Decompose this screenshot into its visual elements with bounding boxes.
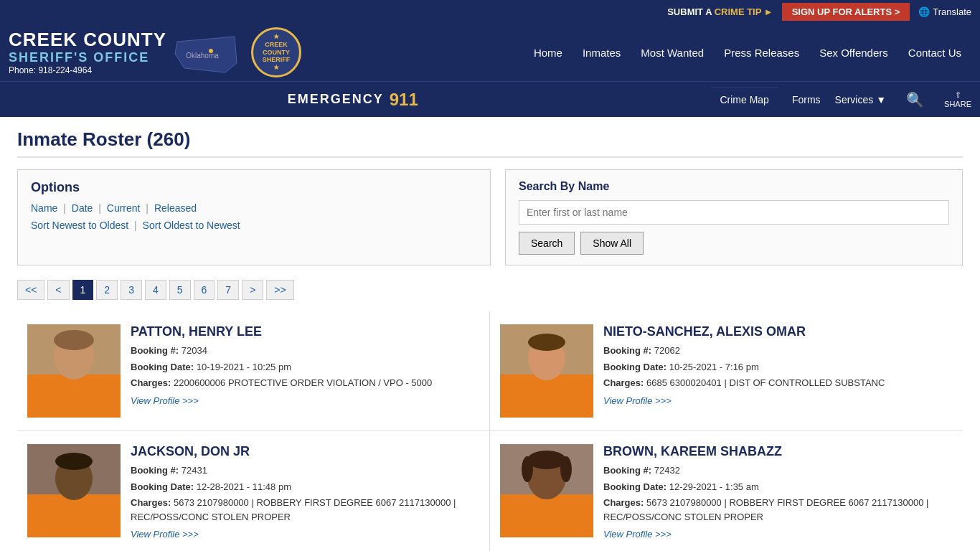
view-profile-3[interactable]: View Profile >>> [131,529,199,540]
alerts-button[interactable]: SIGN UP FOR ALERTS > [782,3,910,21]
divider4: | [131,220,143,231]
inmate-grid: PATTON, HENRY LEE Booking #: 72034 Booki… [17,311,963,551]
share-label: SHARE [944,100,971,108]
oklahoma-map-icon: Oklahoma [174,31,238,74]
nav-crime-map[interactable]: Crime Map [711,88,777,111]
charges-label-2: Charges: [603,377,644,388]
booking-date-value-3: 12-28-2021 - 11:48 pm [197,481,291,492]
booking-date-label-2: Booking Date: [603,362,666,372]
page-5[interactable]: 5 [169,280,191,300]
inmate-booking-date-1: Booking Date: 10-19-2021 - 10:25 pm [131,360,479,375]
inmate-booking-num-4: Booking #: 72432 [603,463,953,478]
charges-label-3: Charges: [131,497,171,508]
page-last[interactable]: >> [266,280,293,300]
page-2[interactable]: 2 [96,280,118,300]
phone-number: 918-224-4964 [38,65,92,75]
view-profile-4[interactable]: View Profile >>> [603,529,672,540]
booking-num-label-1: Booking #: [131,345,179,356]
view-profile-2[interactable]: View Profile >>> [603,395,672,406]
options-search-row: Options Name | Date | Current | Released… [17,169,963,265]
booking-date-value-2: 10-25-2021 - 7:16 pm [669,362,759,372]
inmate-card-2: NIETO-SANCHEZ, ALEXIS OMAR Booking #: 72… [490,311,963,431]
sort-by-name[interactable]: Name [31,202,57,214]
pagination: << < 1 2 3 4 5 6 7 > >> [17,280,963,300]
nav-contact-us[interactable]: Contact Us [898,35,971,70]
phone-info: Phone: 918-224-4964 [9,65,166,75]
top-bar: SUBMIT A CRIME TIP ► SIGN UP FOR ALERTS … [0,0,980,24]
state-map: Oklahoma [174,31,238,74]
nav-sex-offenders[interactable]: Sex Offenders [809,35,898,70]
inmate-photo-3 [27,444,121,537]
sort-oldest[interactable]: Sort Oldest to Newest [143,220,240,231]
nav-services[interactable]: Services ▼ [835,94,887,105]
svg-text:Oklahoma: Oklahoma [186,52,219,60]
inmate-info-4: BROWN, KAREEM SHABAZZ Booking #: 72432 B… [603,444,953,540]
emergency-label: EMERGENCY [288,92,384,107]
inmate-booking-num-1: Booking #: 72034 [131,344,479,358]
inmate-card-3: JACKSON, DON JR Booking #: 72431 Booking… [17,431,490,551]
page-title: Inmate Roster (260) [17,128,963,158]
inmate-booking-num-3: Booking #: 72431 [131,463,479,478]
page-3[interactable]: 3 [121,280,142,300]
view-profile-1[interactable]: View Profile >>> [131,395,199,406]
page-6[interactable]: 6 [194,280,215,300]
charges-value-4: 5673 2107980000 | ROBBERY FIRST DEGREE 6… [603,497,928,522]
translate-label: Translate [933,6,971,17]
svg-point-21 [527,451,566,469]
translate-button[interactable]: 🌐 Translate [918,6,971,17]
search-title: Search By Name [519,180,949,193]
charges-value-1: 2200600006 PROTECTIVE ORDER VIOLATION / … [174,377,432,388]
emergency-number: 911 [390,90,418,110]
page-prev[interactable]: < [47,280,69,300]
booking-num-value-1: 72034 [182,345,207,356]
inmate-mugshot-3 [27,444,121,537]
inmate-booking-date-3: Booking Date: 12-28-2021 - 11:48 pm [131,480,479,494]
nav-home[interactable]: Home [524,35,573,70]
nav-most-wanted[interactable]: Most Wanted [631,35,714,70]
page-1[interactable]: 1 [72,280,94,300]
page-next[interactable]: > [242,280,263,300]
page-7[interactable]: 7 [217,280,239,300]
inmate-mugshot-1 [27,324,121,418]
charges-value-2: 6685 6300020401 | DIST OF CONTROLLED SUB… [646,377,885,388]
sort-current[interactable]: Current [107,202,141,214]
share-button[interactable]: ⇧ SHARE [944,90,971,108]
search-icon-button[interactable]: 🔍 [900,88,930,111]
nav-press-releases[interactable]: Press Releases [714,35,809,70]
inmate-mugshot-4 [500,444,593,537]
nav-forms[interactable]: Forms [792,94,821,105]
show-all-button[interactable]: Show All [580,232,644,255]
crime-tip-link[interactable]: SUBMIT A CRIME TIP ► [667,6,773,17]
sort-order-links: Sort Newest to Oldest | Sort Oldest to N… [31,220,477,231]
page-4[interactable]: 4 [145,280,166,300]
svg-rect-17 [42,509,106,537]
search-button[interactable]: Search [519,232,575,255]
county-name: CREEK COUNTY [9,29,166,50]
sort-newest[interactable]: Sort Newest to Oldest [31,220,128,231]
svg-point-6 [54,330,94,350]
inmate-name-2: NIETO-SANCHEZ, ALEXIS OMAR [603,324,953,339]
inmate-photo-2 [500,324,593,418]
sheriff-title: SHERIFF'S OFFICE [9,50,166,65]
options-title: Options [31,180,477,195]
sort-by-date[interactable]: Date [72,202,93,214]
svg-point-16 [55,453,93,470]
services-label: Services [835,94,874,105]
svg-rect-22 [514,509,579,537]
svg-point-11 [528,334,565,351]
page-first[interactable]: << [17,280,44,300]
inmate-mugshot-2 [500,324,593,418]
nav-inmates[interactable]: Inmates [573,35,631,70]
search-input[interactable] [519,200,949,225]
booking-num-value-3: 72431 [182,465,207,476]
svg-point-2 [209,49,213,53]
booking-date-value-1: 10-19-2021 - 10:25 pm [197,362,291,372]
main-content: Inmate Roster (260) Options Name | Date … [0,117,980,551]
options-box: Options Name | Date | Current | Released… [17,169,491,265]
inmate-info-3: JACKSON, DON JR Booking #: 72431 Booking… [131,444,479,540]
inmate-info-1: PATTON, HENRY LEE Booking #: 72034 Booki… [131,324,479,406]
svg-point-23 [522,456,533,482]
charges-label-1: Charges: [131,377,171,388]
sort-released[interactable]: Released [154,202,197,214]
share-icon: ⇧ [955,90,961,100]
